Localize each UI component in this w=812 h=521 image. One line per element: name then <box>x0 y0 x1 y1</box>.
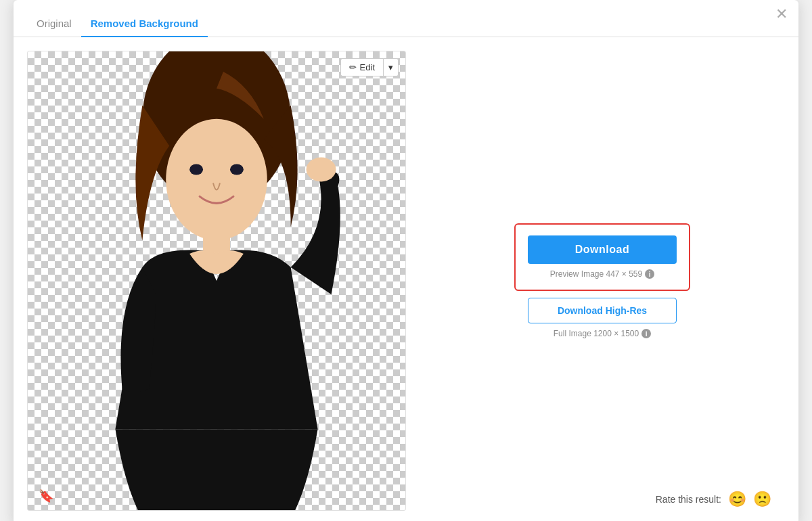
preview-label: Preview Image 447 × 559 i <box>550 269 654 279</box>
highres-section: Download High-Res Full Image 1200 × 1500… <box>528 298 677 338</box>
svg-point-1 <box>166 119 267 240</box>
rate-label: Rate this result: <box>656 494 721 505</box>
svg-point-2 <box>189 164 203 175</box>
fullres-info-icon[interactable]: i <box>641 329 651 338</box>
edit-button[interactable]: Edit <box>340 58 383 76</box>
sad-rating-button[interactable]: 🙁 <box>753 491 771 508</box>
bookmark-icon: 🔖 <box>39 489 53 503</box>
download-highlight-box: Download Preview Image 447 × 559 i <box>514 223 690 291</box>
dropdown-arrow-icon: ▾ <box>388 62 393 72</box>
svg-point-5 <box>307 158 336 182</box>
tab-removed-background[interactable]: Removed Background <box>81 11 208 37</box>
edit-dropdown-button[interactable]: ▾ <box>383 58 399 76</box>
close-button[interactable]: ✕ <box>775 7 788 22</box>
preview-text: Preview Image 447 × 559 <box>550 269 642 279</box>
full-image-label: Full Image 1200 × 1500 i <box>554 329 651 338</box>
person-image <box>88 51 345 510</box>
right-panel: Download Preview Image 447 × 559 i Downl… <box>420 51 785 511</box>
modal-header: Original Removed Background ✕ <box>14 0 798 37</box>
tab-original[interactable]: Original <box>27 11 81 37</box>
happy-rating-button[interactable]: 😊 <box>728 491 746 508</box>
download-section: Download Preview Image 447 × 559 i Downl… <box>447 223 758 338</box>
download-button[interactable]: Download <box>528 235 677 264</box>
rate-section: Rate this result: 😊 🙁 <box>656 491 771 508</box>
edit-bar: Edit ▾ <box>340 58 399 76</box>
image-preview-area: Edit ▾ <box>27 51 406 511</box>
modal-container: Original Removed Background ✕ Edit ▾ <box>14 0 798 521</box>
image-panel: Edit ▾ <box>27 51 406 511</box>
svg-point-3 <box>230 164 244 175</box>
download-highres-button[interactable]: Download High-Res <box>528 298 677 323</box>
preview-info-icon[interactable]: i <box>645 269 654 279</box>
modal-body: Edit ▾ <box>14 37 798 521</box>
full-image-text: Full Image 1200 × 1500 <box>554 329 639 338</box>
pencil-icon <box>349 62 357 72</box>
edit-button-label: Edit <box>360 62 375 72</box>
